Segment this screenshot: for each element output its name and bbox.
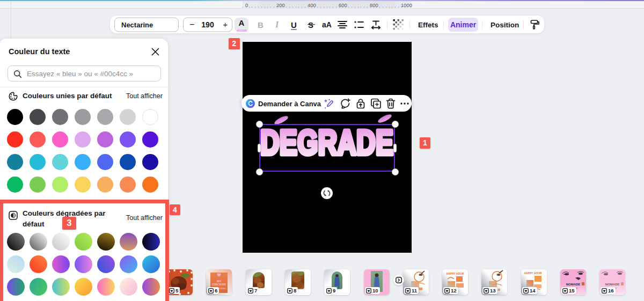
svg-text:JEU: JEU — [217, 280, 222, 283]
svg-text:NOMADE: NOMADE — [566, 283, 581, 286]
svg-text:CONCOURS: CONCOURS — [212, 283, 226, 286]
svg-text:NOMADE: NOMADE — [605, 283, 620, 286]
